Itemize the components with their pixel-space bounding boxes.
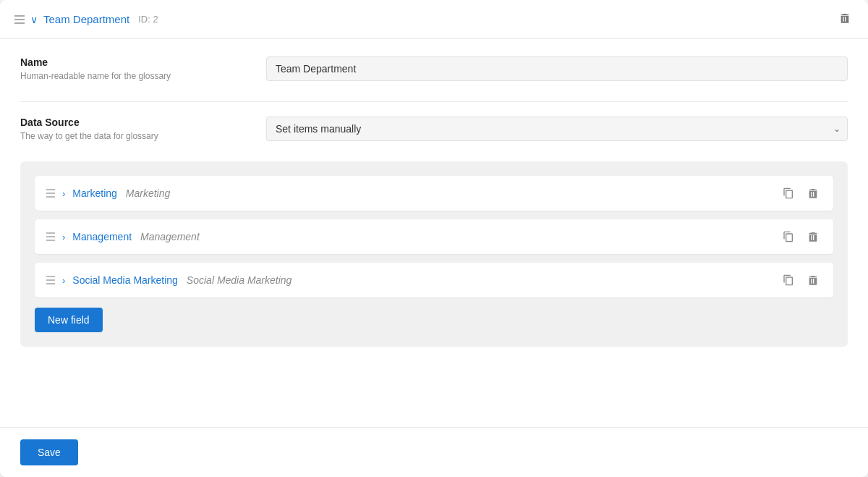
copy-icon	[783, 274, 794, 286]
item-subtitle-1: Marketing	[126, 187, 170, 199]
main-container: ∨ Team Department ID: 2 Name Human-reada…	[0, 0, 868, 477]
header-left: ∨ Team Department ID: 2	[14, 13, 158, 25]
item-title-1[interactable]: Marketing	[72, 187, 116, 199]
item-expand-icon-3[interactable]: ›	[62, 275, 65, 286]
items-container: › Marketing Marketing	[20, 161, 848, 347]
item-title-3[interactable]: Social Media Marketing	[72, 274, 178, 286]
item-delete-button-3[interactable]	[804, 273, 822, 287]
item-copy-button-3[interactable]	[780, 273, 797, 287]
item-delete-button-2[interactable]	[804, 229, 822, 244]
item-expand-icon-2[interactable]: ›	[62, 232, 65, 242]
data-source-select[interactable]: Set items manually From API From Databas…	[266, 117, 848, 141]
item-actions-1	[780, 186, 822, 200]
item-drag-handle-2[interactable]	[46, 232, 55, 241]
item-drag-handle-1[interactable]	[46, 189, 55, 198]
trash-icon	[807, 274, 819, 286]
drag-handle-icon[interactable]	[14, 15, 25, 24]
data-source-input-area: Set items manually From API From Databas…	[266, 117, 848, 141]
item-title-2[interactable]: Management	[72, 231, 132, 242]
data-source-select-wrapper: Set items manually From API From Databas…	[266, 117, 848, 141]
divider-1	[20, 101, 848, 102]
data-source-description: The way to get the data for glossary	[20, 131, 252, 141]
expand-chevron-icon[interactable]: ∨	[30, 14, 38, 25]
table-row: › Management Management	[35, 219, 833, 254]
name-label-group: Name Human-readable name for the glossar…	[20, 56, 252, 81]
name-input[interactable]	[266, 56, 848, 81]
item-subtitle-2: Management	[140, 231, 200, 242]
item-actions-2	[780, 229, 822, 244]
name-input-area	[266, 56, 848, 81]
table-row: › Social Media Marketing Social Media Ma…	[35, 263, 833, 297]
name-label: Name	[20, 56, 252, 68]
save-button[interactable]: Save	[20, 439, 78, 465]
footer-bar: Save	[0, 427, 868, 477]
table-row: › Marketing Marketing	[35, 176, 833, 211]
trash-icon	[839, 12, 851, 24]
content-area: Name Human-readable name for the glossar…	[0, 39, 868, 427]
item-actions-3	[780, 273, 822, 287]
trash-icon	[807, 187, 819, 199]
delete-button[interactable]	[836, 9, 854, 30]
item-delete-button-1[interactable]	[804, 186, 822, 200]
data-source-label-group: Data Source The way to get the data for …	[20, 117, 252, 141]
name-field-row: Name Human-readable name for the glossar…	[20, 56, 848, 81]
item-copy-button-1[interactable]	[780, 186, 797, 200]
copy-icon	[783, 231, 794, 242]
item-copy-button-2[interactable]	[780, 229, 797, 244]
copy-icon	[783, 187, 794, 199]
page-title: Team Department	[43, 13, 129, 25]
data-source-field-row: Data Source The way to get the data for …	[20, 117, 848, 141]
record-id: ID: 2	[138, 14, 158, 25]
new-field-button[interactable]: New field	[35, 308, 103, 332]
trash-icon	[807, 231, 819, 242]
item-subtitle-3: Social Media Marketing	[187, 274, 292, 286]
item-drag-handle-3[interactable]	[46, 276, 55, 284]
name-description: Human-readable name for the glossary	[20, 71, 252, 81]
data-source-label: Data Source	[20, 117, 252, 128]
item-expand-icon-1[interactable]: ›	[62, 188, 65, 199]
header-bar: ∨ Team Department ID: 2	[0, 0, 868, 39]
